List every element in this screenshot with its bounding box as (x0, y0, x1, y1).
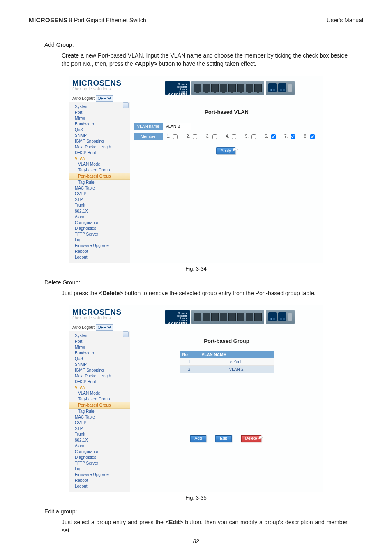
rj45-ports-icon (191, 81, 264, 95)
sidebar-item[interactable]: Alarm (69, 214, 130, 220)
member-checkbox[interactable] (271, 134, 276, 139)
add-button[interactable]: Add (190, 435, 207, 442)
sidebar-item[interactable]: Logout (69, 483, 130, 489)
app-brand-sub: fiber optic solutions (72, 316, 140, 320)
sidebar-item[interactable]: QoS (69, 356, 130, 362)
sidebar-item[interactable]: Firmware Upgrade (69, 472, 130, 478)
screenshot-port-based-vlan: MICROSENS fiber optic solutions Auto Log… (69, 76, 323, 263)
edit-button[interactable]: Edit (215, 435, 231, 442)
footer-rule (29, 536, 363, 536)
sidebar-item[interactable]: Bandwidth (69, 121, 130, 127)
sidebar-item[interactable]: Log (69, 237, 130, 243)
sidebar-item[interactable]: Mirror (69, 116, 130, 121)
sfp-ports-icon (266, 81, 295, 95)
sidebar-item[interactable]: Tag-based Group (69, 167, 130, 173)
col-no: No (180, 351, 199, 358)
header-right: User's Manual (327, 17, 363, 23)
table-row[interactable]: 2VLAN-2 (180, 365, 274, 373)
member-cell: 5. (242, 132, 261, 141)
sidebar-item[interactable]: DHCP Boot (69, 150, 130, 156)
vlan-name-input[interactable] (164, 123, 191, 130)
sidebar-item[interactable]: Diagnostics (69, 455, 130, 460)
sidebar-item[interactable]: Alarm (69, 443, 130, 449)
member-cell: 2. (183, 132, 203, 141)
sidebar-item[interactable]: Tag-based Group (69, 396, 130, 402)
member-checkbox[interactable] (251, 134, 256, 139)
sidebar-item[interactable]: Tag Rule (69, 180, 130, 185)
screenshot-port-based-group: MICROSENS fiber optic solutions Auto Log… (69, 305, 323, 492)
sidebar-item[interactable]: VLAN Mode (69, 162, 130, 167)
sidebar-item[interactable]: Log (69, 466, 130, 472)
sidebar-item[interactable]: Configuration (69, 220, 130, 226)
sidebar-item[interactable]: Port-based Group (69, 173, 130, 180)
chip-icon: Group ■speed ■■Link ■Fiber ■ MICROSENS (165, 310, 190, 324)
add-group-body: Create a new Port-based VLAN. Input the … (44, 51, 348, 68)
sidebar-item[interactable]: Reboot (69, 249, 130, 254)
sidebar-item[interactable]: 802.1X (69, 437, 130, 443)
member-checkbox[interactable] (193, 134, 197, 139)
sidebar-item[interactable]: Diagnostics (69, 226, 130, 231)
sidebar-item[interactable]: STP (69, 197, 130, 203)
device-graphic: Group ■speed ■■Link ■Fiber ■ MICROSENS (140, 79, 320, 95)
member-checkbox[interactable] (212, 134, 217, 139)
sidebar-item[interactable]: Max. Packet Length (69, 144, 130, 150)
header-left: MICROSENS 8 Port Gigabit Ethernet Switch (29, 16, 146, 23)
cursor-icon (233, 148, 237, 154)
table-row[interactable]: 1default (180, 358, 274, 365)
sidebar-item[interactable]: 802.1X (69, 208, 130, 214)
fig-caption-3-34: Fig. 3-34 (29, 266, 363, 272)
member-cell: 1. (163, 132, 183, 141)
sidebar-item[interactable]: Reboot (69, 478, 130, 483)
sidebar-item[interactable]: SNMP (69, 133, 130, 139)
sidebar-item[interactable]: Port-based Group (69, 402, 130, 409)
header-brand: MICROSENS (29, 16, 67, 23)
sidebar-item[interactable]: VLAN (69, 156, 130, 162)
sfp-ports-icon (266, 310, 295, 324)
sidebar: SystemPortMirrorBandwidthQoSSNMPIGMP Sno… (69, 102, 130, 263)
sidebar-item[interactable]: DHCP Boot (69, 379, 130, 385)
sidebar-item[interactable]: GVRP (69, 191, 130, 197)
sidebar-item[interactable]: GVRP (69, 420, 130, 426)
sidebar-item[interactable]: System (69, 104, 130, 110)
sidebar-item[interactable]: Trunk (69, 432, 130, 437)
autologout-select[interactable]: OFF (96, 95, 113, 102)
member-cell: 8. (300, 132, 320, 141)
member-cell: 3. (202, 132, 222, 141)
sidebar-item[interactable]: Trunk (69, 203, 130, 208)
sidebar-item[interactable]: MAC Table (69, 414, 130, 420)
sidebar-item[interactable]: IGMP Snooping (69, 139, 130, 144)
sidebar-item[interactable]: STP (69, 426, 130, 432)
member-header: Member (134, 133, 163, 140)
member-cell: 4. (222, 132, 242, 141)
member-checkbox[interactable] (291, 134, 295, 139)
sidebar: SystemPortMirrorBandwidthQoSSNMPIGMP Sno… (69, 331, 130, 492)
fig-caption-3-35: Fig. 3-35 (29, 495, 363, 501)
sidebar-item[interactable]: Mirror (69, 345, 130, 350)
sidebar-item[interactable]: Port (69, 339, 130, 345)
sidebar-item[interactable]: Max. Packet Length (69, 373, 130, 379)
member-cell: 6. (261, 132, 281, 141)
header-product: 8 Port Gigabit Ethernet Switch (67, 17, 146, 23)
sidebar-item[interactable]: TFTP Server (69, 231, 130, 237)
sidebar-item[interactable]: Firmware Upgrade (69, 243, 130, 249)
autologout-select[interactable]: OFF (96, 324, 113, 331)
sidebar-item[interactable]: Tag Rule (69, 409, 130, 414)
sidebar-item[interactable]: Port (69, 110, 130, 116)
sidebar-item[interactable]: VLAN Mode (69, 391, 130, 396)
sidebar-item[interactable]: Bandwidth (69, 350, 130, 356)
member-checkbox[interactable] (310, 134, 315, 139)
sidebar-item[interactable]: System (69, 333, 130, 339)
port-based-group-table: No VLAN NAME 1default2VLAN-2 (180, 351, 274, 373)
page-header: MICROSENS 8 Port Gigabit Ethernet Switch… (29, 16, 363, 25)
sidebar-item[interactable]: SNMP (69, 362, 130, 368)
sidebar-item[interactable]: VLAN (69, 385, 130, 391)
sidebar-item[interactable]: Configuration (69, 449, 130, 455)
sidebar-item[interactable]: IGMP Snooping (69, 368, 130, 373)
member-checkbox[interactable] (173, 134, 178, 139)
sidebar-item[interactable]: Logout (69, 254, 130, 260)
sidebar-item[interactable]: MAC Table (69, 185, 130, 191)
sidebar-item[interactable]: TFTP Server (69, 460, 130, 466)
edit-group-body: Just select a group entry and press the … (44, 518, 348, 535)
sidebar-item[interactable]: QoS (69, 127, 130, 133)
member-checkbox[interactable] (232, 134, 236, 139)
